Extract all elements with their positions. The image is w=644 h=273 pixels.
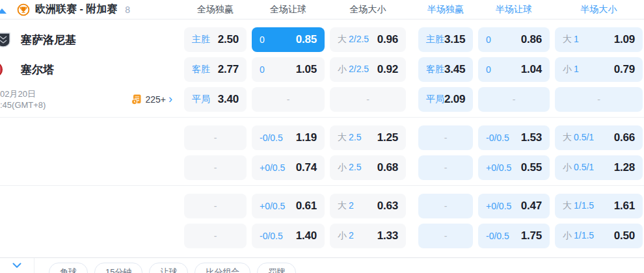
column-header-halftime-1x2: 半场独赢	[418, 4, 473, 16]
expand-toggle[interactable]	[0, 258, 34, 273]
odds-cell-ft-under[interactable]: 小2.5 0.68	[330, 155, 406, 180]
odds-group-alt-2: - +0/0.5 0.61 大2 0.63 - +0/0.5 0.47 大1/1…	[0, 185, 644, 248]
odds-cell-ht-over[interactable]: 大0.5/1 0.66	[555, 125, 643, 150]
odds-cell-ht-handicap[interactable]: -0/0.5 1.75	[478, 224, 550, 248]
odds-cell-ht-over[interactable]: 大1 1.09	[555, 27, 643, 52]
odds-cell-ft-over[interactable]: 大2/2.5 0.96	[330, 27, 406, 52]
odds-cell-ht-under[interactable]: 小1 0.79	[555, 57, 643, 82]
odds-cell-empty: -	[418, 224, 473, 248]
odds-cell-ht-handicap[interactable]: +0/0.5 0.55	[478, 155, 550, 180]
league-header: 欧洲联赛 - 附加赛 8 全场独赢 全场让球 全场大小 半场独赢 半场让球 半场…	[0, 0, 644, 20]
match-time: :45(GMT+8)	[0, 99, 46, 110]
chevron-right-icon: ›	[168, 93, 172, 105]
odds-group-main: 塞萨洛尼基 主胜 2.50 0 0.85 大2/2.5 0.96 主胜 3.15…	[0, 20, 644, 112]
league-trophy-icon	[17, 3, 30, 16]
odds-cell-ht-handicap-home[interactable]: 0 0.86	[478, 27, 550, 52]
odds-cell-empty: -	[418, 194, 473, 218]
odds-cell-ft-under[interactable]: 小2/2.5 0.92	[330, 57, 406, 82]
more-markets-button[interactable]: 225+ ›	[131, 94, 172, 105]
odds-cell-ft-handicap[interactable]: +0/0.5 0.74	[252, 155, 325, 180]
odds-group-alt-1: - -0/0.5 1.19 大2.5 1.25 - -0/0.5 1.53 大0…	[0, 117, 644, 180]
column-header-halftime-overunder: 半场大小	[555, 4, 643, 16]
collapse-arrow-icon[interactable]	[0, 8, 7, 14]
odds-cell-ht-handicap[interactable]: +0/0.5 0.47	[478, 194, 550, 218]
odds-cell-ft-handicap-home-selected[interactable]: 0 0.85	[252, 27, 325, 52]
odds-cell-empty: -	[478, 87, 550, 112]
odds-cell-ft-draw[interactable]: 平局 3.40	[184, 87, 247, 112]
odds-row-alt: - +0/0.5 0.61 大2 0.63 - +0/0.5 0.47 大1/1…	[0, 194, 644, 218]
odds-cell-empty: -	[184, 194, 247, 218]
odds-row-alt: - +0/0.5 0.74 小2.5 0.68 - +0/0.5 0.55 小0…	[0, 155, 644, 180]
odds-cell-empty: -	[418, 125, 473, 150]
odds-cell-empty: -	[184, 125, 247, 150]
odds-cell-ft-over[interactable]: 大2 0.63	[330, 194, 406, 218]
column-header-halftime-handicap: 半场让球	[478, 4, 550, 16]
odds-row-alt: - -0/0.5 1.19 大2.5 1.25 - -0/0.5 1.53 大0…	[0, 125, 644, 150]
odds-cell-empty: -	[184, 155, 247, 180]
odds-cell-ft-handicap[interactable]: +0/0.5 0.61	[252, 194, 325, 218]
odds-cell-ht-under[interactable]: 小0.5/1 1.28	[555, 155, 643, 180]
odds-cell-ft-handicap[interactable]: -0/0.5 1.40	[252, 224, 325, 248]
home-team-name: 塞萨洛尼基	[21, 32, 76, 47]
odds-cell-ft-handicap-away[interactable]: 0 1.05	[252, 57, 325, 82]
market-tab-list: 角球 15分钟 让球 比分组合 罚牌	[34, 258, 296, 273]
odds-cell-empty: -	[184, 224, 247, 248]
odds-cell-empty: -	[555, 87, 643, 112]
odds-cell-ft-over[interactable]: 大2.5 1.25	[330, 125, 406, 150]
odds-cell-ht-away-win[interactable]: 客胜 3.45	[418, 57, 473, 82]
more-markets-count: 225+	[145, 94, 166, 105]
odds-cell-ft-handicap[interactable]: -0/0.5 1.19	[252, 125, 325, 150]
odds-row-away: 塞尔塔 客胜 2.77 0 1.05 小2/2.5 0.92 客胜 3.45 0…	[0, 57, 644, 82]
market-tab-cards[interactable]: 罚牌	[257, 263, 296, 273]
markets-sheet-icon	[131, 94, 142, 105]
odds-cell-empty: -	[330, 87, 406, 112]
league-match-count: 8	[125, 5, 130, 15]
column-header-fulltime-overunder: 全场大小	[330, 4, 406, 16]
odds-cell-ft-home-win[interactable]: 主胜 2.50	[184, 27, 247, 52]
odds-cell-ht-draw[interactable]: 平局 2.09	[418, 87, 473, 112]
chevron-down-icon	[12, 263, 21, 268]
market-tabs-bar: 角球 15分钟 让球 比分组合 罚牌	[0, 257, 644, 273]
market-tab-score-combo[interactable]: 比分组合	[195, 263, 250, 273]
column-header-fulltime-handicap: 全场让球	[252, 4, 325, 16]
column-header-fulltime-1x2: 全场独赢	[184, 4, 247, 16]
odds-row-alt: - -0/0.5 1.40 小2 1.33 - -0/0.5 1.75 小1/1…	[0, 224, 644, 248]
odds-row-home: 塞萨洛尼基 主胜 2.50 0 0.85 大2/2.5 0.96 主胜 3.15…	[0, 27, 644, 52]
odds-cell-ht-handicap[interactable]: -0/0.5 1.53	[478, 125, 550, 150]
home-team-crest-icon	[0, 31, 12, 48]
match-date: 02月20日	[0, 88, 46, 99]
league-title: 欧洲联赛 - 附加赛	[35, 3, 117, 16]
match-datetime: 02月20日 :45(GMT+8)	[0, 88, 46, 110]
odds-cell-ht-handicap-away[interactable]: 0 1.04	[478, 57, 550, 82]
market-tab-handicap[interactable]: 让球	[149, 263, 188, 273]
market-tab-15min[interactable]: 15分钟	[94, 263, 142, 273]
odds-cell-empty: -	[418, 155, 473, 180]
market-tab-corners[interactable]: 角球	[49, 263, 88, 273]
odds-cell-ht-over[interactable]: 大1/1.5 1.61	[555, 194, 643, 218]
away-team-name: 塞尔塔	[21, 62, 54, 77]
odds-cell-ht-under[interactable]: 小1/1.5 0.50	[555, 224, 643, 248]
odds-row-draw: 02月20日 :45(GMT+8) 225+ › 平局 3.40	[0, 87, 644, 112]
odds-cell-ht-home-win[interactable]: 主胜 3.15	[418, 27, 473, 52]
odds-cell-ft-under[interactable]: 小2 1.33	[330, 224, 406, 248]
odds-cell-empty: -	[252, 87, 325, 112]
away-team-crest-icon	[0, 63, 3, 76]
odds-cell-ft-away-win[interactable]: 客胜 2.77	[184, 57, 247, 82]
